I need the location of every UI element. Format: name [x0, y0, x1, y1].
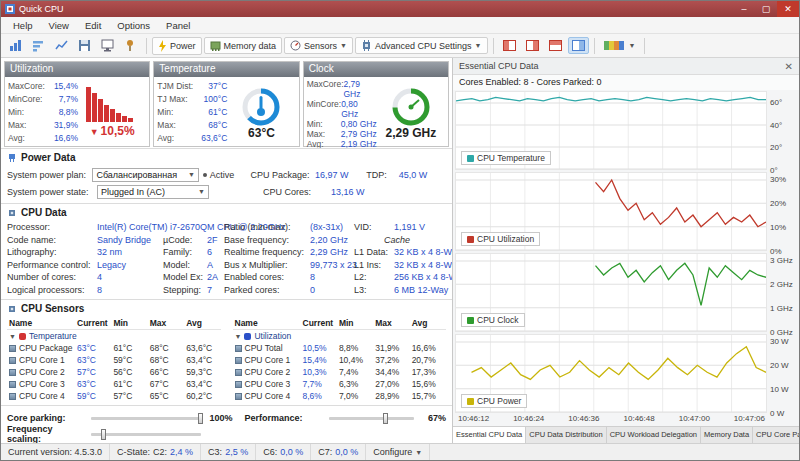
column-chart-icon[interactable]: [5, 36, 26, 55]
tab-essential-cpu-data[interactable]: Essential CPU Data: [453, 427, 526, 443]
panel-close-icon[interactable]: ✕: [785, 61, 793, 72]
tab-memory-data[interactable]: Memory Data: [701, 427, 753, 443]
controls-section: Core parking: 100% Frequency scaling: Tu…: [1, 405, 452, 443]
chevron-down-icon: ▼: [198, 188, 205, 195]
power-state-select[interactable]: Plugged In (AC)▼: [97, 185, 209, 199]
essential-cpu-data-panel: Essential CPU Data ✕ Cores Enabled: 8 - …: [453, 58, 799, 443]
app-icon: [5, 4, 15, 14]
collapse-chevron-icon: ▼: [235, 333, 242, 340]
table-row: CPU Core 459°C57°C65°C60,2°C: [7, 390, 221, 402]
advanced-cpu-settings-button[interactable]: Advanced CPU Settings ▼: [355, 37, 488, 54]
sensors-button[interactable]: Sensors ▼: [284, 37, 353, 54]
save-icon[interactable]: [74, 36, 95, 55]
cpu-utilization-button[interactable]: CPU Utilization: [461, 232, 540, 246]
tdp-value: 45,0 W: [399, 170, 446, 180]
sensor-group-temperature[interactable]: ▼Temperature: [7, 330, 221, 343]
tab-cpu-data-distribution[interactable]: CPU Data Distribution: [526, 427, 606, 443]
panel-layout-right-icon[interactable]: [522, 37, 543, 54]
sensor-icon: [9, 369, 16, 376]
tab-cpu-workload-delegation[interactable]: CPU Workload Delegation: [607, 427, 701, 443]
menu-help[interactable]: Help: [5, 18, 41, 33]
performance-slider[interactable]: [329, 417, 414, 420]
close-window-button[interactable]: ✕: [777, 1, 799, 17]
sensor-icon: [235, 357, 242, 364]
chevron-down-icon: ▼: [188, 171, 195, 178]
cpu-icon: [7, 208, 17, 218]
window-title: Quick CPU: [19, 4, 64, 14]
pin-icon[interactable]: [120, 36, 141, 55]
power-state-label: System power state:: [7, 187, 93, 197]
power-button[interactable]: Power: [152, 37, 202, 55]
panel-layout-side-icon[interactable]: [568, 37, 589, 54]
color-palette-icon[interactable]: ▼: [600, 37, 640, 54]
bar-chart-icon[interactable]: [28, 36, 49, 55]
active-label: Active: [210, 170, 235, 180]
power-plan-select[interactable]: Сбалансированная▼: [92, 168, 198, 182]
menu-view[interactable]: View: [41, 18, 77, 33]
c7-value: 0,0 %: [335, 447, 358, 457]
panel-layout-top-icon[interactable]: [545, 37, 566, 54]
toolbar-separator: [146, 38, 147, 54]
cpu-temperature-button[interactable]: CPU Temperature: [461, 151, 551, 165]
menubar: Help View Edit Options Panel: [1, 17, 799, 34]
cpu-power-chart: CPU Power 30 W20 W10 W0 W: [455, 334, 797, 413]
monitor-icon[interactable]: [97, 36, 118, 55]
sensor-chip-icon: [7, 304, 17, 314]
gauge-row: Utilization MaxCore:15,4% MinCore:7,7% M…: [1, 58, 452, 148]
temperature-gauge: Temperature TJM Dist:37°C TJ Max:100°C M…: [153, 61, 299, 147]
menu-edit[interactable]: Edit: [77, 18, 109, 33]
toolbar-separator: [594, 38, 595, 54]
table-row: CPU Core 257°C56°C66°C59,3°C: [7, 366, 221, 378]
cstate-label: C-State:: [117, 447, 150, 457]
performance-label: Performance:: [245, 413, 325, 423]
utilization-bars: [86, 86, 138, 122]
cpu-clock-button[interactable]: CPU Clock: [461, 313, 525, 327]
core-parking-slider[interactable]: [91, 417, 201, 420]
utilization-gauge-title: Utilization: [5, 62, 149, 77]
cpu-power-button[interactable]: CPU Power: [461, 394, 527, 408]
cpu-icon: [361, 40, 372, 51]
clock-icon: [467, 317, 474, 324]
tab-cpu-core-parking[interactable]: CPU Core Parking: [753, 427, 799, 443]
minimize-button[interactable]: –: [733, 1, 755, 17]
sensor-icon: [9, 345, 16, 352]
cpu-package-label: CPU Package:: [250, 170, 311, 180]
toolbar-separator: [493, 38, 494, 54]
utilization-sensors-table: Name Current Min Max Avg ▼Utilization CP…: [233, 317, 447, 402]
charts-stack: CPU Temperature 60°40°20°0° CPU Utilizat…: [453, 90, 799, 414]
line-chart-icon[interactable]: [51, 36, 72, 55]
y-axis-labels: 3 GHz2 GHz1 GHz0 GHz: [767, 253, 797, 332]
maximize-button[interactable]: ▢: [755, 1, 777, 17]
table-row: CPU Total10,5%8,8%31,9%16,6%: [233, 342, 447, 354]
cpu-data-title: CPU Data: [21, 207, 67, 218]
cpu-sensors-title: CPU Sensors: [21, 303, 84, 314]
menu-panel[interactable]: Panel: [158, 18, 198, 33]
version-text: Current version: 4.5.3.0: [1, 444, 110, 460]
cpu-temperature-chart: CPU Temperature 60°40°20°0°: [455, 91, 797, 170]
panel-layout-left-icon[interactable]: [499, 37, 520, 54]
configure-button[interactable]: Configure▼: [366, 444, 430, 460]
utilization-current: ▼10,5%: [90, 124, 135, 138]
sensor-icon: [235, 393, 242, 400]
power-plan-label: System power plan:: [7, 170, 88, 180]
side-panel-title: Essential CPU Data: [459, 61, 539, 71]
bar-chart-icon: [467, 236, 474, 243]
battery-icon: [467, 398, 474, 405]
gauge-icon: [290, 40, 301, 51]
cpu-package-value: 16,97 W: [315, 170, 362, 180]
thermometer-icon: [260, 96, 263, 109]
titlebar: Quick CPU – ▢ ✕: [1, 1, 799, 17]
sensor-group-utilization[interactable]: ▼Utilization: [233, 330, 447, 343]
temperature-sensors-table: Name Current Min Max Avg ▼Temperature CP…: [7, 317, 221, 402]
table-row: CPU Core 115,4%10,4%37,2%20,7%: [233, 354, 447, 366]
cpu-cores-value: 13,16 W: [331, 187, 381, 197]
utilization-gauge: Utilization MaxCore:15,4% MinCore:7,7% M…: [4, 61, 150, 147]
frequency-scaling-slider[interactable]: [91, 433, 201, 436]
y-axis-labels: 30%20%10%0%: [767, 172, 797, 251]
active-dot-icon: [203, 173, 207, 177]
memory-data-button[interactable]: Memory data: [204, 37, 283, 54]
frequency-scaling-label: Frequency scaling:: [7, 424, 87, 443]
c6-value: 0,0 %: [280, 447, 303, 457]
menu-options[interactable]: Options: [109, 18, 158, 33]
cpu-clock-chart: CPU Clock 3 GHz2 GHz1 GHz0 GHz: [455, 253, 797, 332]
